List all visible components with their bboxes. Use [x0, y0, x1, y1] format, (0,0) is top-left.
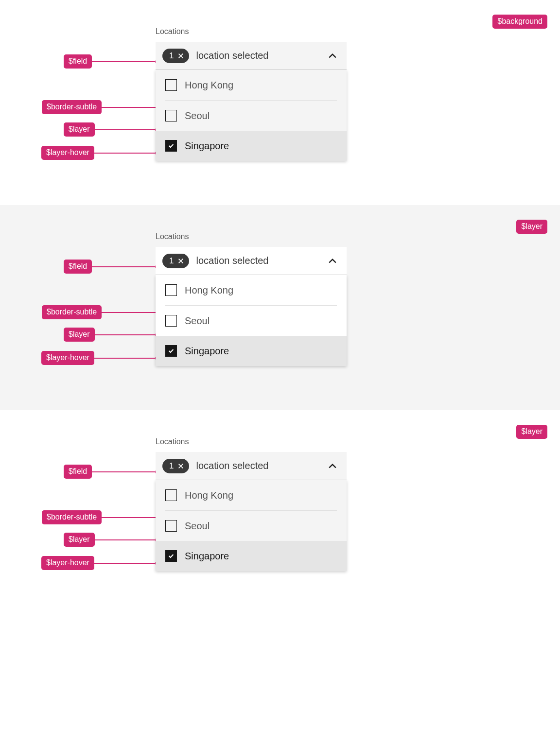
chevron-up-icon[interactable]: [328, 52, 337, 60]
option-label: Hong Kong: [185, 490, 233, 501]
option-seoul[interactable]: Seoul: [156, 306, 347, 336]
option-label: Singapore: [185, 551, 229, 562]
token-tag-background: $background: [492, 15, 547, 29]
token-tag-layer-hover: $layer-hover: [41, 556, 94, 570]
checkbox-checked-icon[interactable]: [165, 140, 177, 152]
multiselect-summary: location selected: [196, 50, 268, 61]
multiselect-menu: Hong Kong Seoul Singapore: [156, 70, 347, 161]
selected-count-tag[interactable]: 1: [162, 459, 189, 473]
option-singapore[interactable]: Singapore: [156, 336, 347, 366]
multiselect: Locations 1 location selected Hong Kong …: [156, 232, 347, 366]
multiselect: Locations 1 location selected Hong Kong …: [156, 27, 347, 161]
leader-line: [90, 334, 157, 335]
checkbox-checked-icon[interactable]: [165, 550, 177, 562]
token-tag-border-subtle: $border-subtle: [42, 510, 102, 524]
chevron-up-icon[interactable]: [328, 462, 337, 470]
chevron-up-icon[interactable]: [328, 257, 337, 265]
selected-count: 1: [169, 461, 174, 471]
option-label: Singapore: [185, 140, 229, 152]
token-section-layer-2: $layer $field $border-subtle $layer $lay…: [0, 410, 560, 617]
clear-selection-icon[interactable]: [177, 52, 184, 59]
checkbox-unchecked-icon[interactable]: [165, 284, 177, 296]
option-label: Seoul: [185, 315, 210, 327]
token-section-layer-1: $layer $field $border-subtle $layer $lay…: [0, 205, 560, 410]
option-seoul[interactable]: Seoul: [156, 101, 347, 131]
option-seoul[interactable]: Seoul: [156, 511, 347, 541]
clear-selection-icon[interactable]: [177, 463, 184, 469]
checkbox-checked-icon[interactable]: [165, 345, 177, 357]
multiselect-label: Locations: [156, 232, 347, 241]
token-tag-layer: $layer: [516, 425, 547, 439]
selected-count: 1: [169, 256, 174, 266]
multiselect-label: Locations: [156, 27, 347, 36]
multiselect-menu: Hong Kong Seoul Singapore: [156, 275, 347, 366]
checkbox-unchecked-icon[interactable]: [165, 79, 177, 91]
leader-line: [90, 539, 157, 540]
multiselect-summary: location selected: [196, 255, 268, 266]
token-tag-layer-hover: $layer-hover: [41, 351, 94, 365]
option-hong-kong[interactable]: Hong Kong: [156, 275, 347, 305]
token-tag-layer-hover: $layer-hover: [41, 146, 94, 160]
option-label: Seoul: [185, 110, 210, 121]
leader-line: [91, 563, 157, 564]
leader-line: [91, 358, 157, 359]
multiselect-field[interactable]: 1 location selected: [156, 247, 347, 275]
checkbox-unchecked-icon[interactable]: [165, 520, 177, 532]
checkbox-unchecked-icon[interactable]: [165, 489, 177, 501]
multiselect-label: Locations: [156, 437, 347, 446]
multiselect-menu: Hong Kong Seoul Singapore: [156, 480, 347, 571]
token-tag-field: $field: [64, 260, 92, 274]
token-tag-border-subtle: $border-subtle: [42, 100, 102, 114]
multiselect: Locations 1 location selected Hong Kong …: [156, 437, 347, 571]
selected-count-tag[interactable]: 1: [162, 49, 189, 63]
token-tag-border-subtle: $border-subtle: [42, 305, 102, 319]
option-singapore[interactable]: Singapore: [156, 131, 347, 161]
bottom-spacer: [0, 617, 560, 746]
multiselect-summary: location selected: [196, 460, 268, 471]
leader-line: [89, 61, 157, 62]
token-tag-field: $field: [64, 54, 92, 69]
leader-line: [89, 471, 157, 472]
leader-line: [90, 129, 157, 130]
option-hong-kong[interactable]: Hong Kong: [156, 480, 347, 510]
option-singapore[interactable]: Singapore: [156, 541, 347, 571]
checkbox-unchecked-icon[interactable]: [165, 110, 177, 121]
multiselect-field[interactable]: 1 location selected: [156, 42, 347, 70]
leader-line: [89, 266, 157, 267]
checkbox-unchecked-icon[interactable]: [165, 315, 177, 327]
token-tag-layer: $layer: [516, 220, 547, 234]
multiselect-field[interactable]: 1 location selected: [156, 452, 347, 480]
option-label: Hong Kong: [185, 285, 233, 296]
option-label: Singapore: [185, 346, 229, 357]
selected-count-tag[interactable]: 1: [162, 254, 189, 268]
option-hong-kong[interactable]: Hong Kong: [156, 70, 347, 100]
selected-count: 1: [169, 51, 174, 61]
token-section-background: $background $field $border-subtle $layer…: [0, 0, 560, 205]
leader-line: [91, 153, 157, 154]
option-label: Seoul: [185, 520, 210, 532]
option-label: Hong Kong: [185, 80, 233, 91]
token-tag-field: $field: [64, 465, 92, 479]
clear-selection-icon[interactable]: [177, 258, 184, 264]
